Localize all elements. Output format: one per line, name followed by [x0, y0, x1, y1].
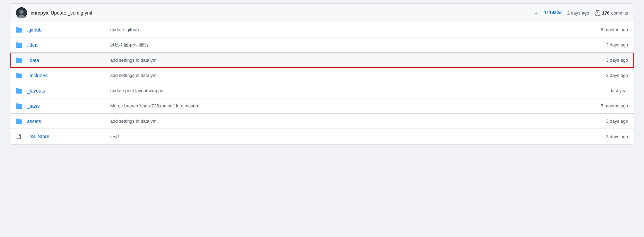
file-age: 3 days ago [580, 42, 628, 47]
folder-icon [16, 27, 27, 33]
file-commit-message: add settings in data.yml [103, 73, 580, 78]
commit-author[interactable]: cnicpyx [31, 10, 49, 16]
file-commit-message: add settings in data.yml [103, 58, 580, 63]
file-rows-container: .github update .github 8 months ago .ide… [10, 22, 634, 144]
commit-message: Update _config.yml [51, 10, 92, 16]
file-name[interactable]: _data [27, 58, 103, 63]
file-age: 5 months ago [580, 103, 628, 108]
table-row: .DS_Store test1 3 days ago [10, 129, 634, 144]
check-icon: ✓ [535, 10, 539, 16]
table-row: _data add settings in data.yml 3 days ag… [10, 53, 634, 68]
file-commit-message: 测试不显示oss部分 [103, 42, 580, 48]
commit-hash[interactable]: 7f1d82d [544, 10, 562, 15]
table-row: assets add settings in data.yml 3 days a… [10, 114, 634, 129]
commits-count-number: 176 [602, 10, 610, 16]
file-name[interactable]: assets [27, 119, 103, 124]
folder-icon [16, 88, 27, 94]
commit-time: 2 days ago [567, 10, 589, 16]
commit-info: cnicpyx Update _config.yml [31, 10, 92, 16]
file-commit-message: update print layout wrapper [103, 88, 580, 93]
file-name[interactable]: .idea [27, 42, 103, 48]
file-age: 8 months ago [580, 27, 628, 32]
file-commit-message: Merge branch 'sharu725:master' into mast… [103, 103, 580, 108]
file-age: 3 days ago [580, 134, 628, 139]
repository-file-list: cnicpyx Update _config.yml ✓ 7f1d82d 2 d… [10, 3, 634, 144]
table-row: _layouts update print layout wrapper las… [10, 83, 634, 98]
file-age: 3 days ago [580, 58, 628, 63]
file-name[interactable]: _layouts [27, 88, 103, 94]
history-icon [595, 10, 600, 16]
file-commit-message: add settings in data.yml [103, 119, 580, 124]
file-commit-message: test1 [103, 134, 580, 139]
table-row: .idea 测试不显示oss部分 3 days ago [10, 37, 634, 53]
commits-label: commits [611, 10, 628, 16]
file-age: 3 days ago [580, 119, 628, 124]
table-row: _includes add settings in data.yml 3 day… [10, 68, 634, 83]
file-name[interactable]: _includes [27, 73, 103, 78]
folder-icon [16, 57, 27, 63]
folder-icon [16, 72, 27, 79]
folder-icon [16, 118, 27, 124]
table-row: .github update .github 8 months ago [10, 22, 634, 37]
file-icon [16, 134, 27, 139]
file-age: 3 days ago [580, 73, 628, 78]
commit-meta: ✓ 7f1d82d 2 days ago 176 commits [535, 10, 628, 16]
latest-commit-header: cnicpyx Update _config.yml ✓ 7f1d82d 2 d… [10, 4, 634, 22]
table-row: _sass Merge branch 'sharu725:master' int… [10, 98, 634, 114]
svg-point-1 [19, 10, 24, 14]
commits-count-wrapper: 176 commits [595, 10, 628, 16]
avatar[interactable] [16, 7, 27, 18]
file-name[interactable]: .github [27, 27, 103, 33]
file-commit-message: update .github [103, 27, 580, 32]
folder-icon [16, 42, 27, 48]
file-name[interactable]: .DS_Store [27, 134, 103, 139]
file-name[interactable]: _sass [27, 103, 103, 109]
file-age: last year [580, 88, 628, 93]
commit-author-section: cnicpyx Update _config.yml [16, 7, 535, 18]
folder-icon [16, 103, 27, 109]
